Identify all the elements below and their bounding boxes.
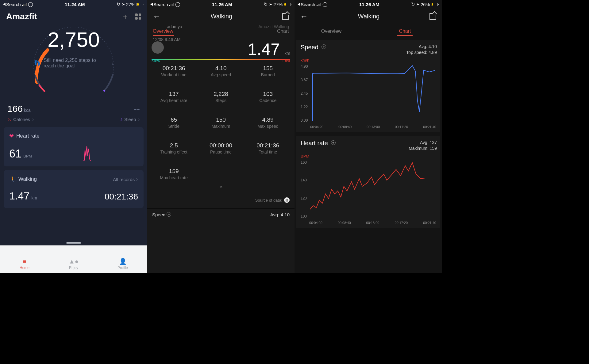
sleep-tile[interactable]: -- ☽Sleep› — [118, 104, 140, 123]
back-button[interactable]: ← — [153, 12, 161, 21]
tab-overview[interactable]: Overview — [294, 28, 368, 34]
mini-stats-row: 166kcal ♨Calories› -- ☽Sleep› — [0, 104, 147, 127]
status-back-to-search[interactable]: Search — [298, 2, 315, 7]
wifi-icon: ◯ — [175, 2, 180, 7]
back-button[interactable]: ← — [300, 12, 308, 21]
status-time: 11:26 AM — [359, 2, 379, 7]
status-time: 11:24 AM — [65, 2, 85, 7]
status-back-to-search[interactable]: Search — [3, 2, 21, 7]
add-button[interactable]: + — [123, 12, 128, 21]
stat-cell: 137Avg heart rate — [150, 91, 197, 103]
stat-cell: 4.10Avg speed — [197, 65, 244, 77]
status-bar: Search◯ 11:26 AM ↻➤27% — [147, 0, 294, 7]
tab-overview[interactable]: Overview — [153, 28, 174, 36]
drawer-handle[interactable] — [66, 242, 81, 244]
chevron-right-icon: › — [32, 116, 34, 123]
share-button[interactable] — [429, 13, 436, 20]
stats-grid: 00:21:36Workout time4.10Avg speed155Burn… — [147, 61, 294, 183]
signal-icon — [317, 3, 321, 6]
heart-icon: ❤ — [9, 133, 14, 139]
speed-chart-unit: km/h — [301, 58, 437, 63]
apps-grid-button[interactable] — [135, 13, 141, 20]
watch-icon: ⏰︎ — [284, 197, 290, 203]
stat-cell: 65Stride — [150, 116, 197, 129]
heart-rate-value: 61 — [9, 147, 21, 160]
screen-home: Search ◯︎ 11:24 AM ↻ ➤ 27% Amazfit + 2,7… — [0, 0, 147, 273]
tab-chart[interactable]: Chart — [368, 28, 442, 34]
status-bar: Search ◯︎ 11:24 AM ↻ ➤ 27% — [0, 0, 147, 7]
steps-count: 2,750 — [48, 28, 100, 51]
stat-cell: 00:21:36Workout time — [150, 65, 197, 77]
page-title: Walking — [358, 13, 379, 20]
signal-icon — [169, 3, 174, 6]
hr-line-chart[interactable] — [309, 160, 434, 218]
magnify-icon: + — [331, 140, 336, 145]
walking-distance: 1.47 — [9, 190, 29, 202]
stat-cell: 00:21:36Total time — [244, 142, 291, 154]
wifi-icon: ◯ — [322, 2, 328, 7]
nav-profile[interactable]: 👤Profile — [98, 245, 147, 273]
stat-cell: 155Burned — [244, 65, 291, 77]
share-button[interactable] — [282, 13, 289, 20]
steps-goal-row[interactable]: 👣 Still need 2,250 steps to reach the go… — [34, 58, 114, 69]
hr-chart-title[interactable]: Heart rate+ — [301, 140, 336, 147]
battery-icon — [431, 3, 439, 6]
stat-cell: 00:00:00Pause time — [197, 142, 244, 154]
steps-goal-text: Still need 2,250 steps to reach the goal — [44, 58, 108, 69]
speed-section-header[interactable]: Speed+ Avg: 4.10 — [147, 208, 294, 220]
battery-icon — [284, 3, 291, 6]
stat-cell: 4.89Max speed — [244, 116, 291, 129]
collapse-stats-button[interactable]: ⌃ — [147, 183, 294, 195]
moon-icon: ☽ — [118, 117, 122, 122]
chevron-right-icon: › — [111, 60, 114, 67]
page-title: Walking — [211, 13, 232, 20]
hr-chart-unit: BPM — [301, 154, 437, 158]
calories-value: 166 — [7, 104, 23, 114]
speed-line-chart[interactable] — [310, 64, 435, 123]
stat-cell: 159Max heart rate — [150, 168, 197, 180]
svg-point-0 — [103, 90, 105, 92]
magnify-icon: + — [167, 212, 171, 217]
flame-icon: ♨ — [7, 117, 11, 122]
user-avatar[interactable] — [152, 41, 164, 54]
bottom-nav: ≡Home ▲●Enjoy 👤Profile — [0, 245, 147, 273]
signal-icon — [22, 3, 27, 6]
chevron-right-icon: › — [138, 116, 140, 123]
heart-rate-card[interactable]: ❤Heart rate 61BPM — [4, 127, 144, 166]
wifi-icon: ◯︎ — [28, 2, 33, 7]
screen-walking-chart: Search◯ 11:26 AM ↻➤26% ← Walking Overvie… — [294, 0, 442, 273]
location-icon: ➤ — [269, 2, 272, 6]
stat-cell: 150Maximum — [197, 116, 244, 129]
tab-chart[interactable]: Chart — [277, 28, 289, 36]
rotation-lock-icon: ↻ — [411, 2, 415, 7]
stat-cell: 2,228Steps — [197, 91, 244, 103]
header: ← Walking — [294, 7, 442, 24]
brand-title: Amazfit — [6, 12, 37, 21]
sleep-value: -- — [134, 104, 140, 114]
stat-cell: 2.5Training effect — [150, 142, 197, 154]
speed-chart-title[interactable]: Speed+ — [301, 44, 326, 51]
status-bar: Search◯ 11:26 AM ↻➤26% — [294, 0, 442, 7]
battery-percent: 27% — [126, 2, 135, 7]
distance-value: 1.47 km — [147, 40, 294, 59]
screen-walking-overview: Search◯ 11:26 AM ↻➤27% ← Walking adamyaA… — [147, 0, 294, 273]
nav-home[interactable]: ≡Home — [0, 245, 49, 273]
rotation-lock-icon: ↻ — [117, 2, 121, 7]
nav-enjoy[interactable]: ▲●Enjoy — [49, 245, 98, 273]
status-back-to-search[interactable]: Search — [150, 2, 168, 7]
magnify-icon: + — [321, 44, 326, 49]
calories-tile[interactable]: 166kcal ♨Calories› — [7, 104, 34, 123]
walking-duration: 00:21:36 — [105, 192, 138, 202]
data-source-row: Source of data:⏰︎ — [147, 195, 294, 208]
person-icon: 👤 — [119, 258, 127, 265]
walking-card[interactable]: 🚶 Walking All records › 1.47 km 00:21:36 — [4, 170, 144, 208]
footprints-icon: 👣 — [34, 60, 40, 66]
heart-rate-sparkline — [82, 144, 94, 161]
shapes-icon: ▲● — [69, 258, 79, 265]
heart-rate-chart-card: Heart rate+ Avg: 137Maximum: 159 BPM 160… — [296, 136, 440, 228]
battery-icon — [137, 3, 144, 6]
speed-chart-card: Speed+ Avg: 4.10Top speed: 4.89 km/h 4.9… — [296, 40, 440, 132]
rotation-lock-icon: ↻ — [264, 2, 268, 7]
steps-ring[interactable]: 2,750 👣 Still need 2,250 steps to reach … — [0, 24, 147, 104]
all-records-link[interactable]: All records › — [113, 176, 138, 183]
